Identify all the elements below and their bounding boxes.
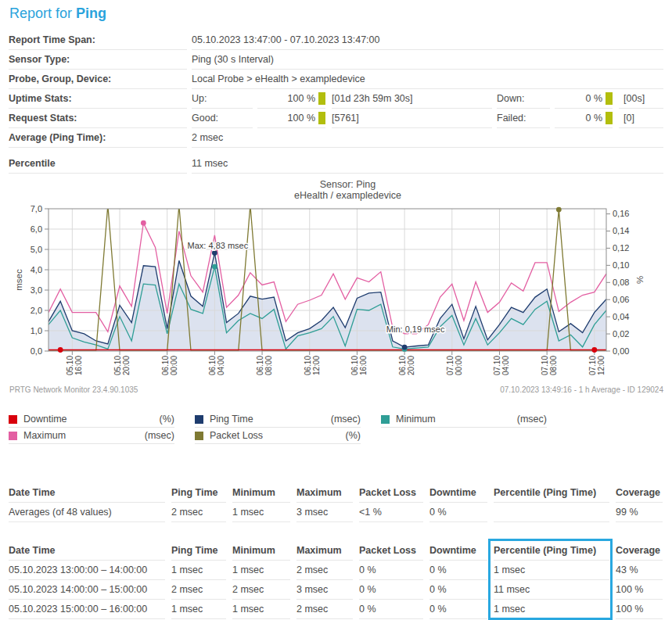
x-axis-date-label: 06.10 <box>304 356 312 375</box>
column-header: Downtime <box>429 483 487 503</box>
table-cell: 100 % <box>616 580 663 600</box>
table-cell: 1 msec <box>494 561 609 580</box>
legend-swatch <box>381 415 390 424</box>
request-stats-row: Request Stats: Good: 100 % [5761] Failed… <box>9 109 663 128</box>
left-axis-tick-label: 4,0 <box>31 265 42 274</box>
up-value: 100 % <box>257 89 325 109</box>
x-axis-time-label: 20:00 <box>407 356 415 375</box>
column-header: Minimum <box>232 541 290 561</box>
chart-title: Sensor: Ping <box>32 179 663 190</box>
table-cell: 0 % <box>429 600 487 619</box>
row-value: 2 msec <box>192 128 663 148</box>
right-axis-tick-label: 0,00 <box>613 346 629 356</box>
chart-legend: Downtime(%)Ping Time(msec)Minimum(msec)M… <box>9 411 663 444</box>
column-header: Minimum <box>232 483 290 503</box>
chart-footer-timestamp: 07.10.2023 13:49:16 - 1 h Average - ID 1… <box>500 385 663 394</box>
chart-footer-version: PRTG Network Monitor 23.4.90.1035 <box>9 385 138 394</box>
table-cell: 2 msec <box>171 580 226 600</box>
data-point-marker <box>556 207 562 213</box>
legend-swatch <box>9 415 17 424</box>
legend-row: Maximum(msec)Packet Loss(%) <box>9 428 663 444</box>
data-point-marker <box>141 220 146 226</box>
right-axis-tick-label: 0,16 <box>613 209 629 218</box>
x-axis-date-label: 07.10 <box>588 356 597 375</box>
right-axis-tick-label: 0,04 <box>613 312 629 321</box>
table-cell: 0 % <box>429 503 487 522</box>
x-axis-time-label: 16:00 <box>74 356 83 375</box>
down-value: 0 % <box>555 89 613 109</box>
legend-swatch <box>195 432 203 440</box>
legend-label: Maximum <box>23 430 145 441</box>
x-axis-time-label: 20:00 <box>122 356 131 375</box>
legend-item: Downtime(%) <box>9 411 174 428</box>
table-cell: 0 % <box>429 580 487 600</box>
left-axis-tick-label: 6,0 <box>31 224 42 234</box>
good-value: 100 % <box>257 109 325 128</box>
good-percent: 100 % <box>257 109 318 127</box>
right-axis-unit-label: % <box>635 276 645 284</box>
failed-value: 0 % <box>555 109 613 128</box>
page-title-sensor: Ping <box>76 5 106 21</box>
table-cell <box>494 503 609 522</box>
table-cell: 05.10.2023 14:00:00 – 15:00:00 <box>9 580 165 600</box>
x-axis-date-label: 05.10 <box>66 356 74 375</box>
table-cell: 2 msec <box>296 600 353 619</box>
column-header: Ping Time <box>171 483 226 503</box>
max-annotation: Max: 4,83 msec <box>188 241 249 250</box>
right-axis-tick-label: 0,14 <box>613 226 629 235</box>
ping-chart: Max: 4,83 msecMin: 0,19 msec0,01,02,03,0… <box>0 201 672 396</box>
column-header: Packet Loss <box>359 541 423 561</box>
table-cell: 1 msec <box>171 561 226 580</box>
probe-group-device-row: Probe, Group, Device: Local Probe > eHea… <box>9 70 663 89</box>
legend-swatch <box>195 415 203 424</box>
row-value: 05.10.2023 13:47:00 - 07.10.2023 13:47:0… <box>192 30 663 50</box>
table-row: Averages (of 48 values)2 msec1 msec3 mse… <box>9 503 663 522</box>
x-axis-time-label: 00:00 <box>455 356 463 375</box>
legend-unit: (msec) <box>517 414 547 425</box>
failed-count: [0] <box>619 109 663 128</box>
column-header: Percentile (Ping Time) <box>494 483 609 503</box>
legend-unit: (%) <box>160 414 174 425</box>
table-cell: 2 msec <box>232 580 290 600</box>
table-row: 05.10.2023 14:00:00 – 15:00:002 msec2 ms… <box>9 580 663 600</box>
data-point-marker <box>212 264 217 270</box>
table-cell: 05.10.2023 15:00:00 – 16:00:00 <box>9 600 165 619</box>
x-axis-date-label: 06.10 <box>256 356 264 375</box>
left-axis-tick-label: 7,0 <box>31 204 42 213</box>
legend-label: Downtime <box>23 414 160 425</box>
row-value: Local Probe > eHealth > exampledevice <box>192 70 663 89</box>
table-cell: 3 msec <box>296 580 353 600</box>
min-annotation: Min: 0,19 msec <box>386 324 445 334</box>
table-cell: 3 msec <box>296 503 353 522</box>
table-cell: 100 % <box>616 600 663 619</box>
table-cell: 0 % <box>359 561 423 580</box>
row-label: Sensor Type: <box>9 50 187 70</box>
x-axis-date-label: 07.10 <box>446 356 455 375</box>
column-header: Ping Time <box>171 541 226 561</box>
failed-label: Failed: <box>497 109 550 128</box>
x-axis-time-label: 12:00 <box>312 356 321 375</box>
down-percent: 0 % <box>555 89 606 108</box>
up-label: Up: <box>192 89 253 109</box>
x-axis-date-label: 06.10 <box>398 356 407 375</box>
right-axis-tick-label: 0,06 <box>613 295 629 304</box>
table-cell: 1 msec <box>232 503 290 522</box>
legend-item: Maximum(msec) <box>9 428 174 444</box>
row-label: Request Stats: <box>9 109 187 128</box>
up-percent: 100 % <box>257 89 318 108</box>
up-bar-indicator <box>318 92 325 105</box>
column-header: Maximum <box>296 541 353 561</box>
table-cell: 43 % <box>616 561 663 580</box>
legend-label: Minimum <box>396 414 517 425</box>
column-header: Coverage <box>616 483 663 503</box>
x-axis-date-label: 07.10 <box>493 356 501 375</box>
x-axis-time-label: 04:00 <box>217 356 225 375</box>
table-cell: 1 msec <box>232 600 290 619</box>
row-label: Report Time Span: <box>9 30 187 50</box>
legend-unit: (msec) <box>331 414 361 425</box>
x-axis-date-label: 07.10 <box>541 356 549 375</box>
data-point-marker <box>591 347 597 353</box>
column-header: Coverage <box>616 541 663 561</box>
table-cell: 99 % <box>616 503 663 522</box>
row-label: Average (Ping Time): <box>9 128 187 148</box>
